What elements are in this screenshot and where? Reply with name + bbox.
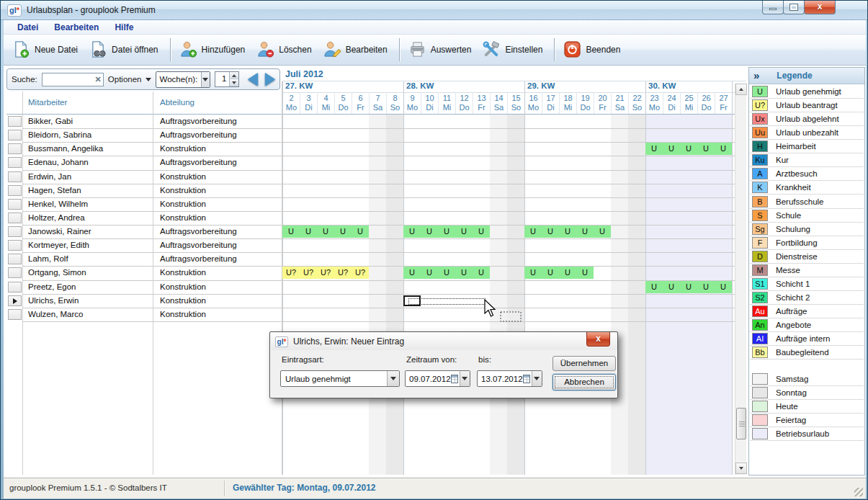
day-header-cell[interactable]: 2Mo [282,92,300,115]
scroll-up-button[interactable] [735,84,747,95]
title-bar[interactable]: gl* Urlaubsplan - grouplook Premium x [1,1,867,20]
employee-name[interactable]: Holtzer, Andrea [28,211,85,225]
day-header-cell[interactable]: 4Mi [317,92,334,115]
row-selector[interactable] [8,282,22,293]
day-header-cell[interactable]: 13Fr [473,92,490,115]
day-header-cell[interactable]: 7Sa [369,92,386,115]
row-selector[interactable] [8,143,22,154]
day-header-cell[interactable]: 23Mo [645,92,663,115]
column-header-mitarbeiter[interactable]: Mitarbeiter [28,91,67,114]
dialog-title-bar[interactable]: gl* Ulrichs, Erwin: Neuer Eintrag [271,333,617,350]
date-to-picker[interactable]: 13.07.2012 [477,370,542,387]
employee-name[interactable]: Ulrichs, Erwin [28,294,79,308]
day-header-cell[interactable]: 24Di [663,92,680,115]
day-header-cell[interactable]: 9Mo [403,92,421,115]
date-from-picker[interactable]: 09.07.2012 [405,370,470,387]
employee-department[interactable]: Konstruktion [160,211,206,225]
employee-name[interactable]: Erdwin, Jan [28,170,71,184]
toolbar-button-l-schen[interactable]: Löschen [252,37,318,63]
row-selector[interactable] [8,213,22,223]
row-selector[interactable] [8,185,22,196]
row-selector[interactable] [8,199,22,210]
day-header-cell[interactable]: 27Fr [715,92,732,115]
vacation-entry-approved[interactable]: UUUUU [645,281,732,293]
employee-department[interactable]: Konstruktion [160,184,206,197]
day-header-cell[interactable]: 11Mi [438,92,455,115]
options-dropdown[interactable]: Optionen [108,75,151,84]
day-header-cell[interactable]: 17Di [542,92,559,115]
day-header-cell[interactable]: 12Do [455,92,473,115]
close-button[interactable]: x [804,1,836,14]
employee-name[interactable]: Bleidorn, Sabrina [28,128,91,142]
toolbar-button-datei-ffnen[interactable]: Datei öffnen [85,37,166,63]
employee-name[interactable]: Edenau, Johann [28,156,89,169]
employee-department[interactable]: Auftragsvorbereitung [160,115,237,128]
entry-type-dropdown-button[interactable] [387,371,399,386]
row-selector[interactable] [8,130,22,140]
employee-department[interactable]: Konstruktion [160,308,206,321]
row-selector[interactable] [8,309,22,320]
menu-item-hilfe[interactable]: Hilfe [108,22,140,33]
day-header-cell[interactable]: 6Fr [352,92,369,115]
toolbar-button-beenden[interactable]: Beenden [559,37,627,63]
employee-name[interactable]: Wulzen, Marco [28,308,83,321]
row-selector[interactable] [8,171,22,182]
employee-department[interactable]: Konstruktion [160,197,206,211]
employee-name[interactable]: Janowski, Rainer [28,225,91,238]
vacation-entry-approved[interactable]: UUUU [524,267,594,279]
employee-department[interactable]: Auftragsvorbereitung [160,225,237,238]
employee-department[interactable]: Auftragsvorbereitung [160,252,237,266]
scrollbar-thumb[interactable] [736,408,746,439]
collapse-panel-icon[interactable]: » [749,69,764,83]
vacation-entry-approved[interactable]: UUUUU [282,226,369,238]
employee-name[interactable]: Preetz, Egon [28,280,76,294]
employee-name[interactable]: Lahm, Rolf [28,252,68,266]
employee-name[interactable]: Kortmeyer, Edith [28,238,89,252]
vacation-entry-approved[interactable]: UUUUU [403,267,490,279]
day-header-cell[interactable]: 25Mi [680,92,697,115]
day-header-cell[interactable]: 18Mi [559,92,576,115]
toolbar-button-neue-datei[interactable]: Neue Datei [8,37,85,63]
row-selector[interactable] [8,226,22,237]
day-header-cell[interactable]: 10Di [421,92,438,115]
column-header-abteilung[interactable]: Abteilung [160,91,194,114]
row-selector[interactable] [8,116,22,127]
scroll-down-button[interactable] [735,463,747,474]
day-header-cell[interactable]: 15So [507,92,524,115]
employee-department[interactable]: Auftragsvorbereitung [160,156,237,169]
minimize-button[interactable] [762,1,784,14]
resize-grip[interactable] [854,488,863,496]
vacation-entry-approved[interactable]: UUUUU [645,143,732,155]
day-header-cell[interactable]: 8So [386,92,403,115]
employee-department[interactable]: Konstruktion [160,266,206,280]
stepper-up-button[interactable] [230,72,238,79]
vacation-entry-approved[interactable]: UUUUU [524,226,611,238]
day-header-cell[interactable]: 22So [628,92,645,115]
employee-department[interactable]: Konstruktion [160,170,206,184]
vacation-entry-approved[interactable]: UUUUU [403,226,490,238]
day-header-cell[interactable]: 5Do [334,92,352,115]
dialog-close-button[interactable]: x [586,332,610,347]
employee-department[interactable]: Konstruktion [160,294,206,308]
clear-search-icon[interactable]: ✕ [95,75,102,84]
row-selector[interactable] [8,254,22,264]
toolbar-button-einstellen[interactable]: Einstellen [478,37,550,63]
day-header-cell[interactable]: 26Do [697,92,715,115]
row-selector[interactable] [8,267,22,278]
day-header-cell[interactable]: 14Sa [490,92,507,115]
menu-item-bearbeiten[interactable]: Bearbeiten [48,22,105,33]
week-mode-select[interactable]: Woche(n): [156,71,210,88]
toolbar-button-hinzuf-gen[interactable]: Hinzufügen [175,37,253,63]
maximize-button[interactable] [783,1,805,14]
row-selector[interactable] [8,295,22,306]
next-week-button[interactable] [265,73,275,86]
week-mode-dropdown-button[interactable] [201,72,209,87]
toolbar-button-bearbeiten[interactable]: Bearbeiten [319,37,395,63]
employee-name[interactable]: Hagen, Stefan [28,184,81,197]
week-count-stepper[interactable]: 1 [215,71,239,87]
day-header-cell[interactable]: 16Mo [524,92,542,115]
employee-name[interactable]: Bussmann, Angelika [28,142,103,156]
employee-department[interactable]: Auftragsvorbereitung [160,238,237,252]
toolbar-button-auswerten[interactable]: Auswerten [404,37,479,63]
day-header-cell[interactable]: 3Di [300,92,317,115]
